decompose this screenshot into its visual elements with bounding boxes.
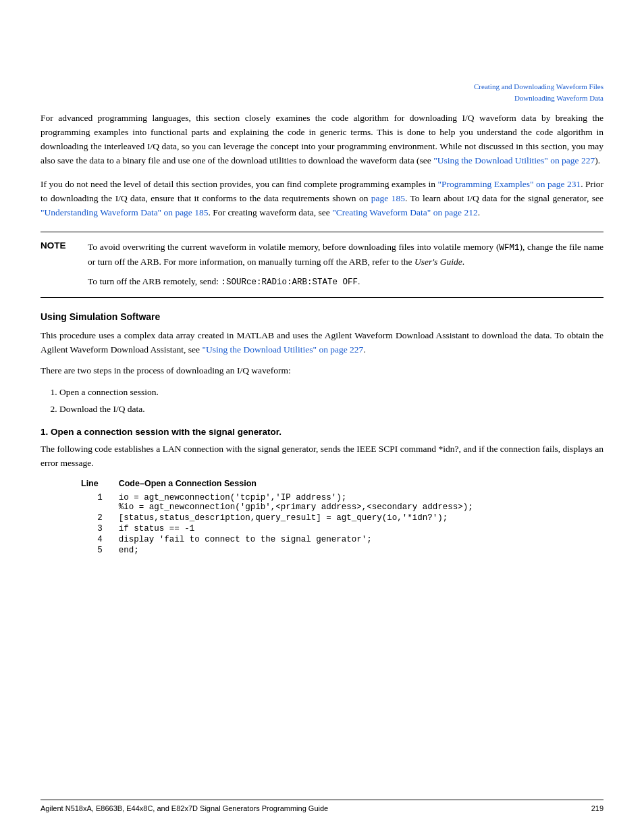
intro-para2: If you do not need the level of detail t… [41, 178, 603, 220]
code-cell-3: if status == -1 [119, 523, 603, 534]
note-content: To avoid overwriting the current wavefor… [88, 240, 603, 289]
download-utilities-link-2[interactable]: "Using the Download Utilities" on page 2… [202, 344, 363, 355]
table-row: 3 if status == -1 [81, 523, 603, 534]
line-num-3: 3 [81, 523, 119, 534]
download-utilities-link-1[interactable]: "Using the Download Utilities" on page 2… [433, 155, 595, 165]
subsection1-title: 1. Open a connection session with the si… [41, 427, 603, 437]
col-line-header: Line [81, 479, 119, 492]
breadcrumb-line2[interactable]: Downloading Waveform Data [474, 93, 603, 104]
line-num-1: 1 [81, 492, 119, 513]
code-cell-1: io = agt_newconnection('tcpip','IP addre… [119, 492, 603, 513]
steps-list: Open a connection session. Download the … [59, 385, 603, 417]
page-185-link-1[interactable]: page 185 [371, 193, 405, 203]
note-box: NOTE To avoid overwriting the current wa… [41, 232, 603, 298]
footer-page-number: 219 [591, 804, 603, 812]
note-second-line: To turn off the ARB remotely, send: :SOU… [88, 275, 603, 289]
table-row: 5 end; [81, 545, 603, 556]
line-num-5: 5 [81, 545, 119, 556]
programming-examples-link[interactable]: "Programming Examples" on page 231 [437, 179, 581, 189]
code-table: Line Code–Open a Connection Session 1 io… [81, 479, 603, 556]
step-2: Download the I/Q data. [59, 402, 603, 417]
line-num-2: 2 [81, 513, 119, 523]
code-cell-5: end; [119, 545, 603, 556]
table-row: 1 io = agt_newconnection('tcpip','IP add… [81, 492, 603, 513]
creating-waveform-data-link[interactable]: "Creating Waveform Data" on page 212 [332, 207, 478, 217]
breadcrumb-line1[interactable]: Creating and Downloading Waveform Files [474, 81, 603, 93]
code-cell-4: display 'fail to connect to the signal g… [119, 534, 603, 545]
intro-para1: For advanced programming languages, this… [41, 111, 603, 168]
note-label: NOTE [41, 240, 76, 289]
col-code-header: Code–Open a Connection Session [119, 479, 603, 492]
table-row: 4 display 'fail to connect to the signal… [81, 534, 603, 545]
section-para2: There are two steps in the process of do… [41, 364, 603, 378]
footer-left-text: Agilent N518xA, E8663B, E44x8C, and E82x… [41, 804, 328, 812]
code-cell-2: [status,status_description,query_result]… [119, 513, 603, 523]
footer: Agilent N518xA, E8663B, E44x8C, and E82x… [41, 800, 603, 812]
section-para1: This procedure uses a complex data array… [41, 329, 603, 357]
table-row: 2 [status,status_description,query_resul… [81, 513, 603, 523]
page: Creating and Downloading Waveform Files … [0, 0, 644, 834]
step-1: Open a connection session. [59, 385, 603, 400]
understanding-waveform-link[interactable]: "Understanding Waveform Data" on page 18… [41, 207, 209, 217]
subsection1-para: The following code establishes a LAN con… [41, 442, 603, 471]
line-num-4: 4 [81, 534, 119, 545]
section-title: Using Simulation Software [41, 311, 603, 322]
header-breadcrumb: Creating and Downloading Waveform Files … [474, 81, 603, 103]
